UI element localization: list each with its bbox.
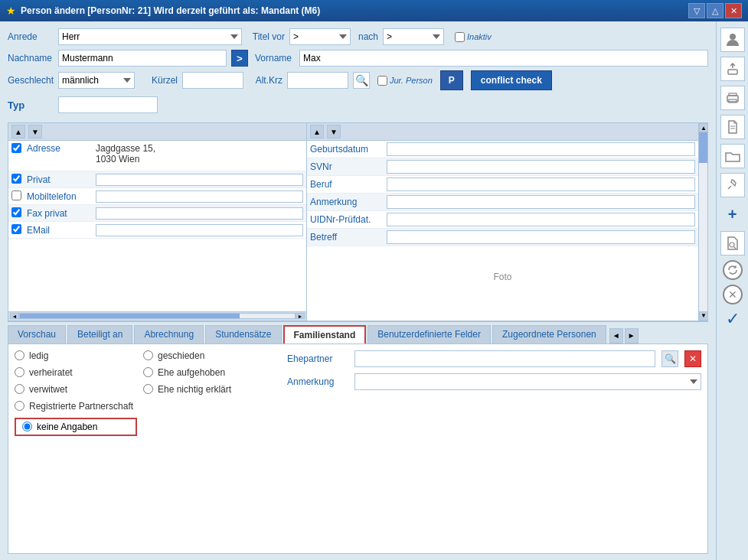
nach-select[interactable]: >	[383, 28, 444, 45]
right-scroll-up-btn[interactable]: ▲	[310, 125, 324, 138]
folder-icon-btn[interactable]	[720, 144, 745, 168]
tab-stundensaetze[interactable]: Stundensätze	[205, 325, 281, 343]
email-value-cell[interactable]	[96, 224, 303, 236]
alt-krz-input[interactable]	[287, 72, 348, 89]
v-scroll-down-btn[interactable]: ▼	[699, 311, 708, 321]
close-button[interactable]: ✕	[725, 3, 742, 18]
privat-value-cell[interactable]	[96, 174, 303, 186]
kuerzel-input[interactable]	[182, 72, 243, 89]
betreff-input[interactable]	[387, 230, 695, 244]
ehepartner-input[interactable]	[354, 350, 655, 367]
tab-nav-next[interactable]: ►	[625, 328, 639, 343]
document-icon-btn[interactable]	[720, 115, 745, 139]
pin-icon-btn[interactable]	[720, 173, 745, 197]
plus-icon-btn[interactable]: +	[720, 202, 745, 226]
tab-familienstand[interactable]: Familienstand	[283, 325, 367, 343]
uidnr-input[interactable]	[387, 213, 695, 226]
mobiltelefon-checkbox[interactable]	[11, 190, 21, 200]
beruf-label: Beruf	[310, 179, 387, 190]
refresh-icon-btn[interactable]	[723, 260, 743, 280]
jur-person-checkbox[interactable]: Jur. Person	[377, 76, 433, 86]
adresse-checkbox[interactable]	[11, 143, 21, 153]
right-scroll-down-btn[interactable]: ▼	[327, 125, 341, 138]
right-v-scrollbar: ▲ ▼	[698, 123, 707, 321]
svg-rect-3	[729, 93, 737, 96]
keine-angaben-radio[interactable]	[22, 422, 32, 431]
geburtsdatum-input[interactable]	[387, 142, 695, 156]
scroll-up-btn[interactable]: ▲	[11, 125, 25, 138]
tab-beteiligt[interactable]: Beteiligt an	[67, 325, 132, 343]
h-scroll-left-btn[interactable]: ◄	[10, 313, 19, 319]
svg-line-9	[733, 247, 736, 249]
verheiratet-radio[interactable]	[15, 367, 24, 377]
tab-nav-prev[interactable]: ◄	[609, 328, 623, 343]
ledig-radio[interactable]	[15, 350, 24, 360]
geschieden-radio[interactable]	[143, 350, 153, 360]
fax-checkbox[interactable]	[11, 207, 21, 217]
familienstand-grid: ledig verheiratet verwitwet	[15, 350, 701, 436]
jur-person-check[interactable]	[377, 76, 387, 86]
check-icon-btn[interactable]: ✓	[726, 309, 740, 329]
ehepartner-search-btn[interactable]: 🔍	[661, 350, 678, 367]
h-scrollbar-track	[19, 313, 296, 319]
person-icon-btn[interactable]	[720, 28, 745, 52]
fax-checkbox-cell	[11, 207, 27, 220]
mobiltelefon-value-cell[interactable]	[96, 190, 303, 203]
nach-label: nach	[355, 31, 378, 42]
privat-checkbox-cell	[11, 174, 27, 186]
svnr-label: SVNr	[310, 161, 387, 172]
tab-vorschau[interactable]: Vorschau	[8, 325, 66, 343]
ehepartner-clear-btn[interactable]: ✕	[684, 350, 701, 367]
vorname-input[interactable]	[299, 50, 708, 67]
upload-icon-btn[interactable]	[720, 57, 745, 81]
geschlecht-label: Geschlecht	[8, 75, 54, 86]
restore-button[interactable]: △	[707, 3, 724, 18]
mobiltelefon-grid-row: Mobiltelefon	[8, 188, 306, 205]
registriert-radio[interactable]	[15, 401, 24, 411]
inaktiv-checkbox[interactable]: Inaktiv	[455, 32, 492, 42]
tab-zugeordnete[interactable]: Zugeordnete Personen	[492, 325, 606, 343]
cancel-icon-btn[interactable]: ✕	[723, 285, 743, 304]
titlebar: ★ Person ändern [PersonNr: 21] Wird derz…	[0, 0, 748, 21]
jur-person-label: Jur. Person	[390, 76, 433, 85]
alt-krz-search-btn[interactable]: 🔍	[353, 72, 370, 89]
registriert-radio-item: Registrierte Partnerschaft	[15, 401, 137, 412]
print-icon-btn[interactable]	[720, 86, 745, 110]
v-scroll-up-btn[interactable]: ▲	[699, 123, 708, 132]
email-row-label: EMail	[27, 225, 96, 236]
minimize-button[interactable]: ▽	[688, 3, 705, 18]
search-doc-icon-btn[interactable]	[720, 231, 745, 256]
anrede-select[interactable]: Herr Frau Firma	[58, 28, 242, 45]
inaktiv-check[interactable]	[455, 32, 465, 42]
betreff-label: Betreff	[310, 232, 387, 243]
svg-point-7	[733, 181, 735, 182]
h-scroll-right-btn[interactable]: ►	[296, 313, 305, 319]
uidnr-row: UIDNr-Prüfdat.	[307, 211, 698, 229]
titel-vor-select[interactable]: >	[289, 28, 351, 45]
familienstand-tab-content: ledig verheiratet verwitwet	[8, 343, 708, 555]
verwitwet-radio[interactable]	[15, 384, 24, 394]
geschieden-radio-item: geschieden	[143, 350, 266, 361]
tab-benutzerdefiniert[interactable]: Benutzerdefinierte Felder	[367, 325, 491, 343]
v-scrollbar-thumb	[699, 132, 707, 163]
typ-input[interactable]	[58, 96, 158, 113]
nachname-input[interactable]	[58, 50, 227, 67]
beruf-input[interactable]	[387, 177, 695, 191]
geschlecht-select[interactable]: männlich weiblich divers	[58, 72, 135, 89]
anmerkung-select[interactable]	[354, 373, 701, 390]
email-checkbox[interactable]	[11, 224, 21, 234]
nachname-arrow-btn[interactable]: >	[231, 50, 248, 67]
svnr-input[interactable]	[387, 160, 695, 174]
svg-point-0	[730, 34, 736, 40]
anmerkung-input[interactable]	[387, 195, 695, 209]
ehe-nichtig-radio[interactable]	[143, 384, 153, 394]
ehe-nichtig-label: Ehe nichtig erklärt	[158, 384, 231, 395]
scroll-down-btn[interactable]: ▼	[28, 125, 42, 138]
print-icon	[726, 92, 740, 104]
conflict-check-button[interactable]: conflict check	[471, 70, 552, 90]
tab-abrechnung[interactable]: Abrechnung	[134, 325, 204, 343]
ehe-aufgehoben-radio[interactable]	[143, 367, 153, 377]
fax-value-cell[interactable]	[96, 207, 303, 220]
privat-checkbox[interactable]	[11, 174, 21, 184]
p-button[interactable]: P	[440, 70, 463, 90]
